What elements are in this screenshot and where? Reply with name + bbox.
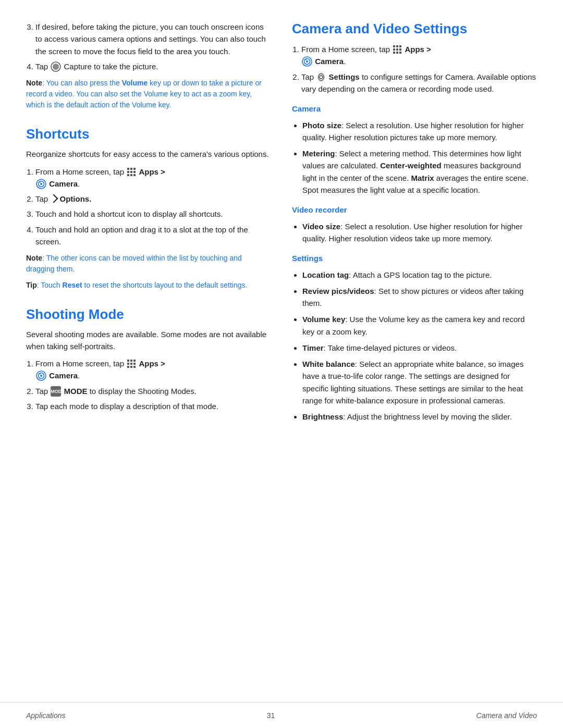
- shooting-mode-title: Shooting Mode: [26, 306, 271, 323]
- review-pics-bullet: Review pics/videos: Set to show pictures…: [302, 285, 537, 310]
- shortcuts-title: Shortcuts: [26, 126, 271, 142]
- svg-rect-3: [130, 168, 132, 170]
- svg-rect-4: [133, 168, 136, 170]
- svg-rect-21: [127, 366, 129, 368]
- svg-rect-16: [130, 360, 132, 362]
- brightness-bullet: Brightness: Adjust the brightness level …: [302, 411, 537, 423]
- footer-page-number: 31: [267, 711, 275, 720]
- camera-settings-step1: From a Home screen, tap Apps >: [301, 43, 537, 68]
- settings-bullets: Location tag: Attach a GPS location tag …: [292, 269, 537, 423]
- svg-rect-32: [396, 48, 398, 51]
- camera-bullets: Photo size: Select a resolution. Use hig…: [292, 119, 537, 196]
- shortcuts-note: Note: The other icons can be moved withi…: [26, 253, 271, 275]
- video-bullets: Video size: Select a resolution. Use hig…: [292, 220, 537, 245]
- svg-rect-40: [305, 59, 307, 60]
- shortcuts-list: From a Home screen, tap Ap: [26, 166, 271, 248]
- svg-rect-7: [133, 171, 136, 173]
- right-column: Camera and Video Settings From a Home sc…: [292, 21, 537, 657]
- svg-rect-31: [393, 48, 395, 51]
- shortcuts-tip: Tip: Touch Reset to reset the shortcuts …: [26, 280, 271, 291]
- camera-settings-step2: Tap Settings to configure settings for C…: [301, 71, 537, 95]
- video-size-bullet: Video size: Select a resolution. Use hig…: [302, 220, 537, 245]
- svg-rect-28: [393, 45, 395, 47]
- svg-point-1: [53, 64, 59, 70]
- settings-subtitle: Settings: [292, 253, 537, 265]
- photo-size-bullet: Photo size: Select a resolution. Use hig…: [302, 119, 537, 144]
- shooting-mode-intro: Several shooting modes are available. So…: [26, 329, 271, 352]
- svg-rect-10: [133, 174, 136, 176]
- svg-rect-33: [399, 48, 401, 51]
- svg-rect-20: [133, 363, 136, 365]
- shortcuts-intro: Reorganize shortcuts for easy access to …: [26, 149, 271, 161]
- intro-item-3: If desired, before taking the picture, y…: [35, 21, 271, 57]
- timer-bullet: Timer: Take time-delayed pictures or vid…: [302, 342, 537, 354]
- camera-small-icon-2: [36, 371, 46, 381]
- white-balance-bullet: White balance: Select an appropriate whi…: [302, 358, 537, 406]
- svg-rect-36: [399, 52, 401, 54]
- shortcuts-step1: From a Home screen, tap Ap: [35, 166, 271, 190]
- video-recorder-subtitle: Video recorder: [292, 204, 537, 216]
- settings-gear-icon: [316, 72, 326, 82]
- intro-note: Note: You can also press the Volume key …: [26, 78, 271, 110]
- shooting-step3: Tap each mode to display a description o…: [35, 400, 271, 412]
- shortcuts-step3: Touch and hold a shortcut icon to displa…: [35, 208, 271, 220]
- shooting-mode-list: From a Home screen, tap Ap: [26, 357, 271, 412]
- svg-rect-35: [396, 52, 398, 54]
- intro-list: If desired, before taking the picture, y…: [26, 21, 271, 72]
- tip-label: Tip: [26, 281, 37, 289]
- svg-point-41: [320, 76, 323, 79]
- left-column: If desired, before taking the picture, y…: [26, 21, 271, 657]
- svg-rect-8: [127, 174, 129, 176]
- apps-icon-2: [127, 359, 136, 368]
- footer-left: Applications: [26, 711, 66, 720]
- svg-rect-9: [130, 174, 132, 176]
- svg-rect-27: [39, 373, 41, 374]
- footer: Applications 31 Camera and Video: [0, 702, 563, 728]
- svg-rect-6: [130, 171, 132, 173]
- capture-icon: [51, 61, 61, 72]
- intro-item-4: Tap Capture to take the picture.: [35, 60, 271, 72]
- metering-bullet: Metering: Select a metering method. This…: [302, 147, 537, 196]
- svg-rect-22: [130, 366, 132, 368]
- svg-rect-19: [130, 363, 132, 365]
- apps-icon: [127, 167, 136, 177]
- svg-rect-18: [127, 363, 129, 365]
- shortcuts-step4: Touch and hold an option and drag it to …: [35, 224, 271, 248]
- camera-settings-steps: From a Home screen, tap Apps >: [292, 43, 537, 95]
- camera-small-icon: [36, 179, 46, 189]
- camera-subsection-title: Camera: [292, 103, 537, 115]
- svg-point-39: [306, 60, 308, 63]
- footer-right: Camera and Video: [476, 711, 537, 720]
- svg-point-26: [40, 375, 42, 377]
- apps-icon-3: [393, 45, 402, 54]
- svg-rect-15: [127, 360, 129, 362]
- svg-rect-23: [133, 366, 136, 368]
- svg-rect-34: [393, 52, 395, 54]
- mode-icon: MODE: [51, 386, 61, 397]
- svg-rect-2: [127, 168, 129, 170]
- shortcuts-step2: Tap Options.: [35, 193, 271, 205]
- volume-key-bullet: Volume key: Use the Volume key as the ca…: [302, 313, 537, 338]
- svg-rect-29: [396, 45, 398, 47]
- shooting-step1: From a Home screen, tap Ap: [35, 357, 271, 382]
- camera-video-settings-title: Camera and Video Settings: [292, 21, 537, 37]
- location-tag-bullet: Location tag: Attach a GPS location tag …: [302, 269, 537, 281]
- svg-rect-5: [127, 171, 129, 173]
- svg-rect-30: [399, 45, 401, 47]
- svg-point-13: [40, 183, 42, 185]
- svg-rect-14: [39, 181, 41, 182]
- chevron-right-icon: [50, 194, 58, 203]
- shooting-step2: Tap MODE MODE to display the Shooting Mo…: [35, 385, 271, 397]
- camera-small-icon-3: [302, 56, 312, 67]
- svg-rect-17: [133, 360, 136, 362]
